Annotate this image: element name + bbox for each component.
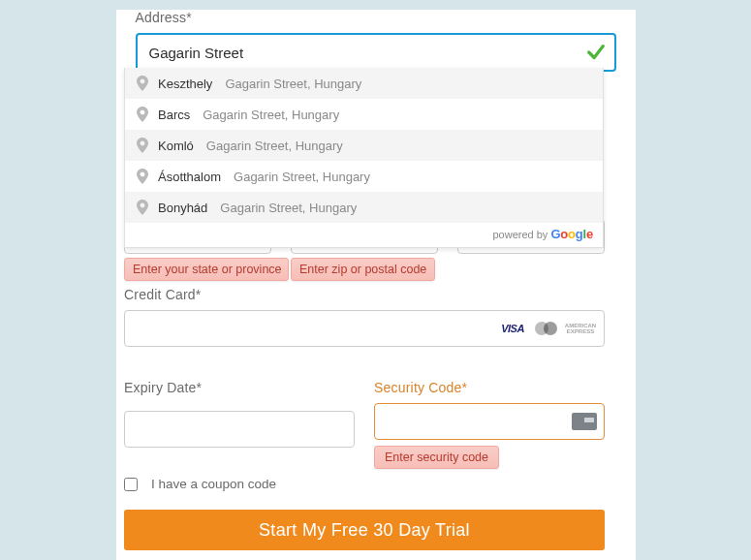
address-input[interactable] <box>136 33 616 72</box>
autocomplete-item[interactable]: BarcsGagarin Street, Hungary <box>125 99 603 130</box>
powered-by-text: powered by <box>493 229 548 240</box>
expiry-col: Expiry Date* <box>124 380 355 448</box>
autocomplete-item[interactable]: KeszthelyGagarin Street, Hungary <box>125 68 603 99</box>
security-label: Security Code* <box>374 380 605 395</box>
visa-icon: VISA <box>498 320 527 337</box>
credit-card-section: Credit Card* VISA AMERICAN EXPRESS <box>124 287 605 347</box>
security-input-wrap <box>374 403 605 440</box>
suggestion-secondary: Gagarin Street, Hungary <box>203 108 339 122</box>
suggestion-secondary: Gagarin Street, Hungary <box>220 201 357 215</box>
security-code-input[interactable] <box>374 403 605 440</box>
coupon-row: I have a coupon code <box>124 477 605 491</box>
autocomplete-attribution: powered byGoogle <box>125 223 603 247</box>
map-pin-icon <box>137 138 148 153</box>
suggestion-main: Ásotthalom <box>158 170 221 184</box>
valid-check-icon <box>585 42 607 63</box>
suggestion-main: Barcs <box>158 108 190 122</box>
map-pin-icon <box>137 107 148 122</box>
credit-card-label: Credit Card* <box>124 287 605 302</box>
suggestion-main: Bonyhád <box>158 201 207 215</box>
coupon-label: I have a coupon code <box>151 477 276 491</box>
zip-error-tip: Enter zip or postal code <box>291 258 435 281</box>
start-trial-button[interactable]: Start My Free 30 Day Trial <box>124 510 605 550</box>
state-error-tip: Enter your state or province <box>124 258 289 281</box>
google-logo-icon: Google <box>550 227 593 241</box>
coupon-checkbox[interactable] <box>124 478 138 491</box>
security-error-tip: Enter security code <box>374 446 499 469</box>
address-input-wrap <box>136 33 616 72</box>
map-pin-icon <box>137 76 148 91</box>
address-field-group: Address* <box>136 10 616 72</box>
map-pin-icon <box>137 169 148 184</box>
card-brand-icons: VISA AMERICAN EXPRESS <box>498 320 595 337</box>
expiry-label: Expiry Date* <box>124 380 355 395</box>
expiry-input[interactable] <box>124 411 355 448</box>
amex-icon: AMERICAN EXPRESS <box>566 320 595 337</box>
expiry-security-row: Expiry Date* Security Code* Enter securi… <box>124 380 605 448</box>
map-pin-icon <box>137 200 148 215</box>
autocomplete-item[interactable]: KomlóGagarin Street, Hungary <box>125 130 603 161</box>
address-label: Address* <box>136 10 616 25</box>
credit-card-input-wrap: VISA AMERICAN EXPRESS <box>124 310 605 347</box>
cvv-card-icon <box>572 413 597 430</box>
suggestion-main: Keszthely <box>158 77 212 91</box>
suggestion-secondary: Gagarin Street, Hungary <box>234 170 370 184</box>
mastercard-icon <box>533 320 560 337</box>
autocomplete-item[interactable]: ÁsotthalomGagarin Street, Hungary <box>125 161 603 192</box>
suggestion-secondary: Gagarin Street, Hungary <box>225 77 361 91</box>
suggestion-secondary: Gagarin Street, Hungary <box>206 139 343 153</box>
address-autocomplete-dropdown: KeszthelyGagarin Street, HungaryBarcsGag… <box>124 68 604 248</box>
autocomplete-item[interactable]: BonyhádGagarin Street, Hungary <box>125 192 603 223</box>
security-col: Security Code* Enter security code <box>374 380 605 448</box>
suggestion-main: Komló <box>158 139 194 153</box>
